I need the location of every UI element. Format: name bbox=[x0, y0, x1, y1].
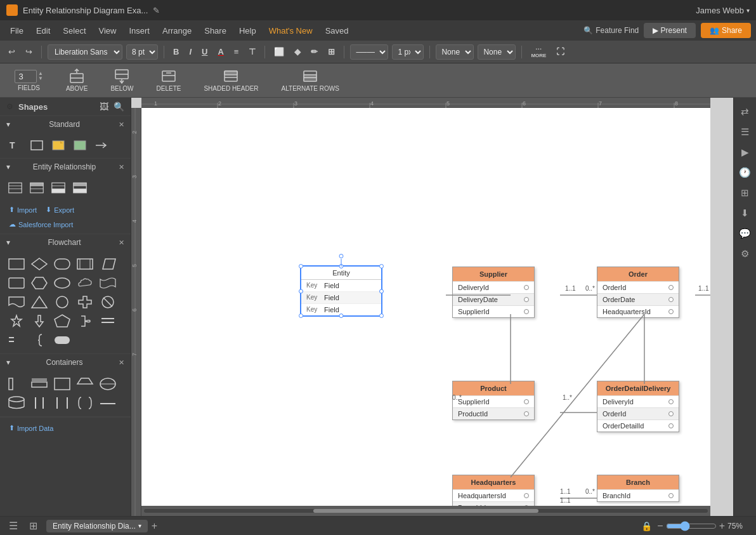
salesforce-import-btn[interactable]: ☁ Salesforce Import bbox=[6, 219, 75, 230]
delete-row-btn[interactable]: DELETE bbox=[152, 66, 186, 95]
cont-1[interactable] bbox=[6, 376, 27, 392]
text-shape[interactable]: T bbox=[6, 138, 24, 153]
cont-2[interactable] bbox=[29, 376, 49, 392]
menu-arrange[interactable]: Arrange bbox=[157, 23, 197, 38]
fc-document[interactable] bbox=[6, 294, 27, 310]
fc-curly-brace[interactable] bbox=[29, 332, 49, 348]
fields-down-arrow[interactable]: ▼ bbox=[38, 76, 43, 81]
menu-view[interactable]: View bbox=[94, 23, 122, 38]
cont-8[interactable] bbox=[52, 395, 72, 411]
green-rect-shape[interactable] bbox=[71, 138, 89, 153]
cont-5[interactable] bbox=[98, 376, 118, 392]
more-button[interactable]: ⋯ MORE bbox=[528, 44, 549, 60]
fc-hexagon[interactable] bbox=[29, 275, 49, 291]
fc-parallelogram[interactable] bbox=[98, 256, 118, 272]
tile-view-btn[interactable]: ⊞ bbox=[27, 518, 40, 533]
er-table-3[interactable] bbox=[49, 180, 67, 195]
containers-close-btn[interactable]: ✕ bbox=[119, 359, 124, 367]
flowchart-section-header[interactable]: ▾ Flowchart ✕ bbox=[0, 234, 131, 251]
redo-button[interactable]: ↪ bbox=[22, 45, 36, 58]
zoom-slider[interactable] bbox=[666, 521, 717, 531]
gear-icon[interactable]: ⚙ bbox=[6, 102, 13, 111]
add-row-above-btn[interactable]: ABOVE bbox=[61, 66, 93, 95]
branch-table[interactable]: Branch BranchId bbox=[597, 475, 679, 502]
panel-comments-btn[interactable]: 💬 bbox=[736, 225, 754, 242]
fc-pentagon[interactable] bbox=[52, 313, 72, 329]
panel-format-btn[interactable]: ☰ bbox=[736, 123, 754, 141]
panel-play-btn[interactable]: ▶ bbox=[736, 143, 754, 161]
import-btn[interactable]: ⬆ Import bbox=[6, 204, 39, 215]
er-table-1[interactable] bbox=[6, 180, 24, 195]
menu-saved[interactable]: Saved bbox=[320, 23, 354, 38]
connection-button[interactable]: ⊞ bbox=[325, 45, 338, 58]
fc-cloud[interactable] bbox=[75, 275, 95, 291]
edit-title-icon[interactable]: ✎ bbox=[153, 6, 160, 15]
fc-rounded[interactable] bbox=[52, 332, 72, 348]
canvas-area[interactable]: 1 2 3 4 5 6 7 8 2 3 bbox=[131, 98, 733, 516]
text-align-button[interactable]: ⊤ bbox=[245, 45, 259, 58]
end-arrow-select[interactable]: None bbox=[478, 44, 516, 60]
feature-find-btn[interactable]: 🔍 Feature Find bbox=[583, 26, 639, 35]
standard-section-header[interactable]: ▾ Standard ✕ bbox=[0, 116, 131, 133]
menu-insert[interactable]: Insert bbox=[124, 23, 155, 38]
fc-subprocess[interactable] bbox=[75, 256, 95, 272]
underline-button[interactable]: U bbox=[199, 45, 211, 58]
alternate-rows-btn[interactable]: ALTERNATE ROWS bbox=[277, 66, 344, 95]
supplier-table[interactable]: Supplier DeliveryId DeliveryDate Supplie… bbox=[452, 267, 535, 318]
fields-count-input[interactable] bbox=[15, 70, 37, 83]
cont-3[interactable] bbox=[52, 376, 72, 392]
er-section-header[interactable]: ▾ Entity Relationship ✕ bbox=[0, 159, 131, 175]
fc-arrow-down[interactable] bbox=[29, 313, 49, 329]
font-size-select[interactable]: 8 pt 10 pt 12 pt bbox=[126, 44, 158, 60]
arrow-shape[interactable] bbox=[93, 138, 110, 153]
fc-forbidden[interactable] bbox=[98, 294, 118, 310]
fc-star[interactable] bbox=[6, 313, 27, 329]
font-family-select[interactable]: Liberation Sans bbox=[48, 44, 122, 60]
standard-close-btn[interactable]: ✕ bbox=[119, 121, 124, 129]
share-button[interactable]: 👥 Share bbox=[701, 23, 751, 38]
flowchart-close-btn[interactable]: ✕ bbox=[119, 239, 124, 247]
rectangle-shape[interactable] bbox=[28, 138, 46, 153]
present-button[interactable]: ▶ Present bbox=[644, 23, 696, 38]
sticky-note-shape[interactable] bbox=[49, 138, 67, 153]
export-btn[interactable]: ⬇ Export bbox=[43, 204, 77, 215]
zoom-in-btn[interactable]: + bbox=[719, 520, 725, 532]
zoom-out-btn[interactable]: − bbox=[657, 520, 663, 532]
entity-table[interactable]: Entity Key Field Key Field Key Field bbox=[300, 265, 382, 317]
import-data-btn[interactable]: ⬆ Import Data bbox=[6, 423, 124, 433]
fc-oval[interactable] bbox=[52, 275, 72, 291]
stroke-width-select[interactable]: 1 px 2 px bbox=[392, 44, 424, 60]
fc-circle[interactable] bbox=[52, 294, 72, 310]
panel-download-btn[interactable]: ⬇ bbox=[736, 204, 754, 222]
undo-button[interactable]: ↩ bbox=[5, 45, 18, 58]
cont-10[interactable] bbox=[98, 395, 118, 411]
grid-view-btn[interactable]: ☰ bbox=[6, 518, 20, 533]
cont-6[interactable] bbox=[6, 395, 27, 411]
menu-edit[interactable]: Edit bbox=[31, 23, 55, 38]
panel-history-btn[interactable]: 🕐 bbox=[736, 164, 754, 182]
cont-7[interactable] bbox=[29, 395, 49, 411]
headquarters-table[interactable]: Headquarters HeadquartersId BranchId bbox=[452, 475, 535, 506]
panel-collapse-btn[interactable]: ⇄ bbox=[736, 103, 754, 121]
scrollbar-horizontal[interactable] bbox=[141, 506, 710, 516]
menu-whats-new[interactable]: What's New bbox=[264, 23, 318, 38]
fill-button[interactable]: ◆ bbox=[291, 45, 304, 58]
line-style-select[interactable]: ───── bbox=[350, 44, 388, 60]
fc-rect2[interactable] bbox=[6, 275, 27, 291]
panel-layers-btn[interactable]: ⊞ bbox=[736, 184, 754, 202]
bold-button[interactable]: B bbox=[170, 45, 182, 58]
fc-right-bracket[interactable] bbox=[75, 313, 95, 329]
er-table-4[interactable] bbox=[71, 180, 89, 195]
canvas-content[interactable]: 1..1 0..* 1..1 0..1 0..1 0..* 1..* 1..* … bbox=[141, 108, 710, 506]
shape-button[interactable]: ⬜ bbox=[271, 45, 287, 58]
menu-help[interactable]: Help bbox=[234, 23, 261, 38]
shapes-search-btn[interactable]: 🔍 bbox=[114, 102, 124, 112]
er-table-2[interactable] bbox=[28, 180, 46, 195]
align-button[interactable]: ≡ bbox=[231, 45, 242, 58]
containers-section-header[interactable]: ▾ Containers ✕ bbox=[0, 354, 131, 371]
fc-rect[interactable] bbox=[6, 256, 27, 272]
cont-4[interactable] bbox=[75, 376, 95, 392]
shapes-image-btn[interactable]: 🖼 bbox=[100, 102, 108, 112]
stroke-color-button[interactable]: ✏ bbox=[308, 45, 321, 58]
menu-select[interactable]: Select bbox=[58, 23, 91, 38]
